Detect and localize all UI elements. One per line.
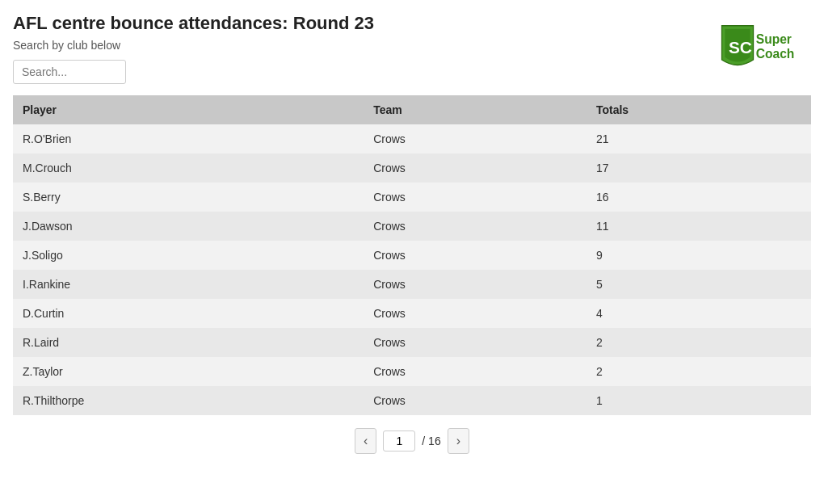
data-table: Player Team Totals R.O'BrienCrows21M.Cro… — [13, 95, 811, 415]
cell-team: Crows — [364, 124, 586, 153]
cell-totals: 11 — [586, 212, 811, 241]
table-row: J.SoligoCrows9 — [13, 241, 811, 270]
cell-team: Crows — [364, 241, 586, 270]
cell-player: R.Thilthorpe — [13, 386, 364, 415]
cell-team: Crows — [364, 212, 586, 241]
cell-player: S.Berry — [13, 183, 364, 212]
cell-player: M.Crouch — [13, 153, 364, 183]
cell-player: R.O'Brien — [13, 124, 364, 153]
cell-player: R.Laird — [13, 328, 364, 357]
cell-totals: 21 — [586, 124, 811, 153]
cell-totals: 2 — [586, 357, 811, 386]
page-total: / 16 — [422, 435, 440, 447]
table-row: D.CurtinCrows4 — [13, 299, 811, 328]
table-row: R.O'BrienCrows21 — [13, 124, 811, 153]
table-row: S.BerryCrows16 — [13, 183, 811, 212]
col-header-team: Team — [364, 95, 586, 124]
table-row: R.ThilthorpeCrows1 — [13, 386, 811, 415]
supercoach-logo: SC Super Coach — [706, 13, 811, 86]
cell-totals: 16 — [586, 183, 811, 212]
page-title: AFL centre bounce attendances: Round 23 — [13, 13, 374, 34]
cell-team: Crows — [364, 153, 586, 183]
page-subtitle: Search by club below — [13, 39, 374, 52]
cell-team: Crows — [364, 357, 586, 386]
next-page-button[interactable]: › — [448, 428, 469, 454]
table-row: Z.TaylorCrows2 — [13, 357, 811, 386]
cell-team: Crows — [364, 386, 586, 415]
cell-team: Crows — [364, 299, 586, 328]
cell-totals: 9 — [586, 241, 811, 270]
cell-totals: 1 — [586, 386, 811, 415]
cell-player: I.Rankine — [13, 270, 364, 299]
table-row: J.DawsonCrows11 — [13, 212, 811, 241]
cell-player: J.Dawson — [13, 212, 364, 241]
prev-page-button[interactable]: ‹ — [355, 428, 376, 454]
svg-text:Super: Super — [756, 33, 792, 47]
cell-player: Z.Taylor — [13, 357, 364, 386]
svg-text:SC: SC — [729, 38, 752, 57]
cell-totals: 17 — [586, 153, 811, 183]
cell-player: J.Soligo — [13, 241, 364, 270]
cell-totals: 5 — [586, 270, 811, 299]
col-header-totals: Totals — [586, 95, 811, 124]
svg-text:Coach: Coach — [756, 47, 795, 61]
table-row: M.CrouchCrows17 — [13, 153, 811, 183]
cell-team: Crows — [364, 328, 586, 357]
table-row: I.RankineCrows5 — [13, 270, 811, 299]
cell-team: Crows — [364, 183, 586, 212]
cell-team: Crows — [364, 270, 586, 299]
search-input[interactable] — [13, 60, 126, 84]
pagination: ‹ / 16 › — [13, 415, 811, 467]
page-number-input[interactable] — [383, 430, 415, 452]
cell-totals: 4 — [586, 299, 811, 328]
cell-totals: 2 — [586, 328, 811, 357]
cell-player: D.Curtin — [13, 299, 364, 328]
table-row: R.LairdCrows2 — [13, 328, 811, 357]
col-header-player: Player — [13, 95, 364, 124]
